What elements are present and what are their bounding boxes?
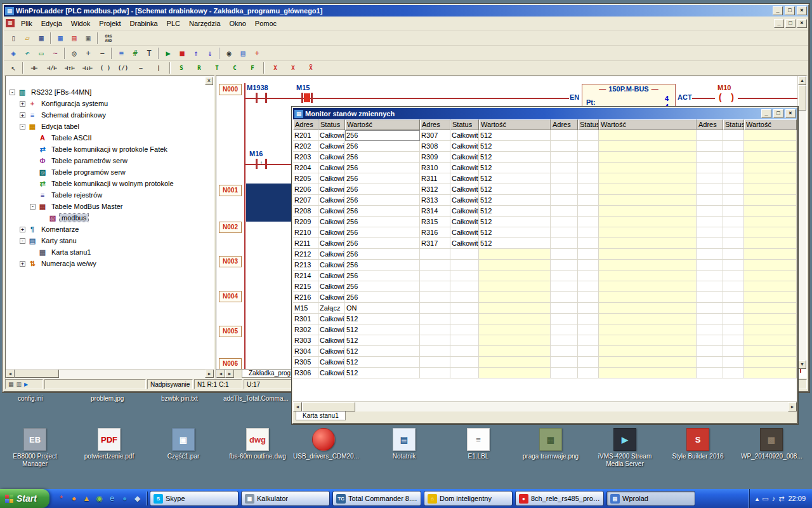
cell-address[interactable] — [420, 335, 450, 346]
cell-value[interactable] — [744, 163, 797, 173]
cell-status[interactable]: Całkowity — [318, 163, 345, 173]
timer-tool[interactable]: T — [208, 62, 226, 74]
cell-value[interactable]: 256 — [345, 206, 420, 217]
cell-status[interactable] — [723, 324, 744, 335]
cell-status[interactable] — [723, 227, 744, 238]
quicklaunch-3-icon[interactable]: ▲ — [81, 494, 92, 503]
cell-address[interactable]: R205 — [293, 173, 318, 184]
zoom-icon[interactable]: ◎ — [67, 47, 81, 60]
cell-address[interactable] — [420, 357, 450, 368]
cell-value[interactable] — [479, 368, 551, 378]
cell-address[interactable] — [551, 335, 578, 346]
cell-status[interactable] — [578, 346, 599, 357]
cell-address[interactable] — [420, 324, 450, 335]
cell-address[interactable]: R301 — [293, 314, 318, 324]
menu-edycja[interactable]: Edycja — [37, 18, 67, 29]
cell-address[interactable]: R214 — [293, 271, 318, 281]
cell-value[interactable] — [744, 368, 797, 378]
cell-address[interactable] — [420, 303, 450, 314]
cell-status[interactable]: Całkowity — [450, 227, 479, 238]
cell-address[interactable] — [697, 195, 723, 206]
save-icon[interactable]: ▦ — [34, 32, 48, 44]
cell-status[interactable] — [723, 206, 744, 217]
cell-status[interactable] — [450, 368, 479, 378]
taskbar-task[interactable]: TCTotal Commander 8.... — [332, 491, 421, 506]
function-tool[interactable]: F — [244, 62, 261, 74]
counter-tool[interactable]: C — [226, 62, 244, 74]
cell-status[interactable]: Całkowity — [318, 281, 345, 292]
cell-status[interactable] — [578, 249, 599, 260]
reset-tool[interactable]: R — [190, 62, 208, 74]
cell-value[interactable] — [599, 195, 697, 206]
tree-item[interactable]: +¶Komentarze — [7, 224, 213, 235]
scroll-thumb[interactable] — [798, 85, 806, 110]
cell-value[interactable] — [744, 195, 797, 206]
cell-status[interactable]: Całkowity — [450, 195, 479, 206]
cell-value[interactable]: 256 — [345, 195, 420, 206]
mdi-minimize-button[interactable]: _ — [774, 19, 784, 28]
cell-status[interactable] — [723, 368, 744, 378]
cell-status[interactable] — [450, 303, 479, 314]
cell-value[interactable] — [599, 152, 697, 163]
cell-status[interactable] — [578, 357, 599, 368]
zoom-in-icon[interactable]: + — [81, 47, 95, 60]
cell-value[interactable] — [744, 314, 797, 324]
cell-address[interactable] — [551, 130, 578, 141]
cell-status[interactable] — [723, 292, 744, 303]
grid-view-icon[interactable]: ▤ — [67, 32, 81, 44]
cell-address[interactable]: R314 — [420, 206, 450, 217]
cell-value[interactable]: 512 — [345, 314, 420, 324]
cell-status[interactable] — [450, 292, 479, 303]
contact-m1938[interactable] — [253, 93, 270, 103]
tree-expander[interactable]: - — [20, 238, 25, 244]
cell-status[interactable] — [723, 195, 744, 206]
cell-address[interactable]: R312 — [420, 184, 450, 195]
cell-value[interactable]: 512 — [479, 206, 551, 217]
vline-tool[interactable]: | — [150, 62, 167, 74]
desktop-icon[interactable]: ▣Część1.par — [153, 428, 214, 460]
cell-status[interactable]: Całkowity — [318, 324, 345, 335]
cell-status[interactable]: Całkowity — [450, 163, 479, 173]
column-header[interactable]: Status — [578, 119, 599, 130]
cell-address[interactable] — [551, 357, 578, 368]
contact-m16-rising-edge[interactable]: ↑ — [253, 159, 270, 169]
cell-status[interactable] — [450, 281, 479, 292]
cell-address[interactable] — [697, 324, 723, 335]
org-and-button[interactable]: ORG AND — [100, 32, 117, 44]
pointer-tool[interactable]: ↖ — [6, 62, 20, 74]
cell-status[interactable] — [723, 238, 744, 249]
cell-address[interactable]: R317 — [420, 238, 450, 249]
cell-status[interactable] — [578, 368, 599, 378]
cell-value[interactable] — [744, 238, 797, 249]
desktop-icon[interactable]: ▩WP_20140920_008... — [741, 428, 802, 460]
cell-value[interactable] — [479, 249, 551, 260]
cell-status[interactable]: Całkowity — [318, 184, 345, 195]
cell-status[interactable] — [450, 260, 479, 271]
cell-value[interactable] — [744, 227, 797, 238]
cell-value[interactable]: 512 — [345, 324, 420, 335]
cell-status[interactable]: Całkowity — [450, 141, 479, 152]
cell-address[interactable] — [697, 227, 723, 238]
cell-status[interactable]: Całkowity — [318, 292, 345, 303]
tree-item[interactable]: +⇄Tabele komunikacji w protokole Fatek — [7, 144, 213, 155]
set-tool[interactable]: S — [173, 62, 190, 74]
cell-status[interactable] — [450, 324, 479, 335]
cell-status[interactable] — [578, 260, 599, 271]
cell-value[interactable]: 256 — [345, 227, 420, 238]
cell-status[interactable] — [450, 271, 479, 281]
cell-value[interactable]: 256 — [345, 173, 420, 184]
cell-status[interactable] — [578, 217, 599, 227]
network-tray-icon[interactable]: ⇄ — [778, 495, 784, 503]
cell-value[interactable]: 256 — [345, 152, 420, 163]
display-tray-icon[interactable]: ▭ — [762, 495, 768, 503]
cell-address[interactable] — [551, 303, 578, 314]
cell-status[interactable] — [578, 141, 599, 152]
cell-value[interactable]: 256 — [345, 281, 420, 292]
cell-address[interactable] — [551, 173, 578, 184]
tree-item[interactable]: -▥RS232 [FBs-44MN] — [7, 86, 213, 98]
cell-status[interactable] — [723, 217, 744, 227]
mdi-restore-button[interactable]: □ — [785, 19, 796, 28]
cell-value[interactable]: 512 — [479, 184, 551, 195]
scroll-thumb[interactable] — [15, 370, 59, 378]
cell-address[interactable] — [551, 217, 578, 227]
